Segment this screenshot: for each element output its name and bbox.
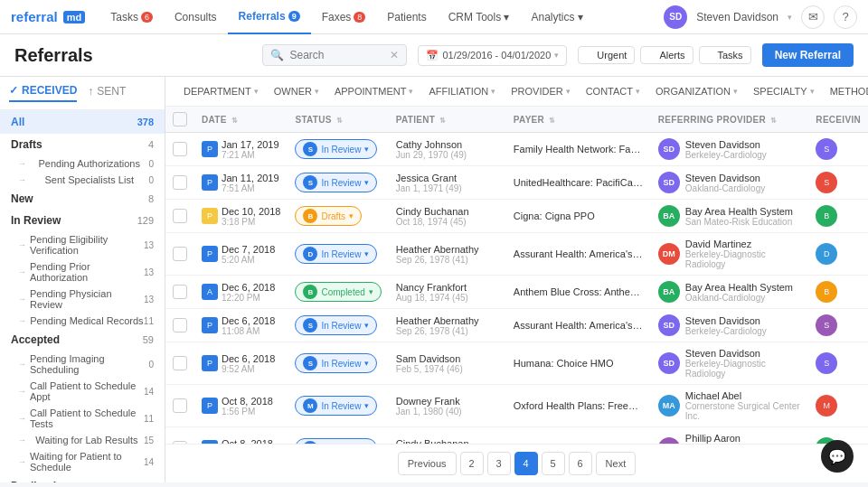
filter-btn-contact[interactable]: CONTACT▾ bbox=[579, 82, 648, 100]
status-badge[interactable]: B Completed ▾ bbox=[295, 282, 381, 302]
th-payer[interactable]: PAYER ⇅ bbox=[506, 107, 651, 133]
sidebar-group-header[interactable]: Accepted59 bbox=[0, 329, 165, 351]
filter-btn-owner[interactable]: OWNER▾ bbox=[267, 82, 327, 100]
nav-item-patients[interactable]: Patients bbox=[376, 0, 437, 34]
tasks-pill[interactable]: Tasks bbox=[699, 46, 751, 64]
th-date[interactable]: DATE ⇅ bbox=[194, 107, 288, 133]
select-all-checkbox[interactable] bbox=[173, 112, 187, 126]
filter-btn-method[interactable]: METHOD▾ bbox=[823, 82, 868, 100]
status-badge[interactable]: D In Review ▾ bbox=[295, 244, 377, 264]
status-badge[interactable]: B Drafts ▾ bbox=[295, 206, 362, 226]
chat-button[interactable]: 💬 bbox=[821, 440, 854, 473]
row-type-icon: P bbox=[202, 141, 218, 157]
filter-btn-department[interactable]: DEPARTMENT▾ bbox=[176, 82, 267, 100]
filter-btn-specialty[interactable]: SPECIALTY▾ bbox=[746, 82, 823, 100]
pagination-page-5[interactable]: 5 bbox=[542, 452, 565, 475]
row-checkbox[interactable] bbox=[173, 175, 187, 190]
receiving-avatar: S bbox=[816, 314, 837, 336]
alerts-label: Alerts bbox=[659, 50, 684, 61]
table-row[interactable]: A Dec 6, 2018 12:20 PM B Completed ▾ Nan… bbox=[165, 276, 868, 309]
tab-received[interactable]: ✓ RECEIVED bbox=[9, 84, 77, 102]
row-checkbox[interactable] bbox=[173, 285, 187, 299]
row-payer: UnitedHealthcare: PacifiCare Signature P… bbox=[506, 166, 651, 200]
pagination-page-4[interactable]: 4 bbox=[514, 452, 538, 475]
sidebar-sub-item[interactable]: →Pending Eligibility Verification13 bbox=[0, 231, 165, 258]
sidebar-sub-item[interactable]: →Pending Imaging Scheduling0 bbox=[0, 351, 165, 378]
sidebar-sub-item[interactable]: →Waiting for Lab Results15 bbox=[0, 432, 165, 448]
clear-search-icon[interactable]: ✕ bbox=[390, 49, 399, 61]
sidebar-sub-item[interactable]: →Call Patient to Schedule Appt14 bbox=[0, 378, 165, 405]
row-checkbox[interactable] bbox=[173, 318, 187, 332]
nav-item-faxes[interactable]: Faxes8 bbox=[311, 0, 377, 34]
receiving-avatar: B bbox=[816, 205, 837, 227]
search-bar[interactable]: 🔍 ✕ bbox=[262, 44, 407, 66]
pagination-page-2[interactable]: 2 bbox=[460, 452, 484, 475]
sidebar-group-header[interactable]: New8 bbox=[0, 188, 165, 210]
row-checkbox[interactable] bbox=[173, 142, 187, 156]
sidebar-sub-item[interactable]: →Pending Physician Review13 bbox=[0, 286, 165, 313]
user-menu[interactable]: Steven Davidson bbox=[696, 11, 778, 23]
status-badge[interactable]: S In Review ▾ bbox=[295, 353, 377, 373]
table-row[interactable]: P Oct 8, 2018 1:56 PM M In Review ▾ Down… bbox=[165, 385, 868, 427]
mail-icon[interactable]: ✉ bbox=[801, 5, 825, 29]
status-badge[interactable]: M In Review ▾ bbox=[295, 396, 377, 416]
status-badge[interactable]: S In Review ▾ bbox=[295, 139, 377, 159]
row-checkbox[interactable] bbox=[173, 356, 187, 370]
table-row[interactable]: P Dec 6, 2018 9:52 AM S In Review ▾ Sam … bbox=[165, 342, 868, 385]
urgent-pill[interactable]: Urgent bbox=[578, 46, 635, 64]
date-range-picker[interactable]: 📅 01/29/2016 - 04/01/2020 ▾ bbox=[418, 45, 567, 66]
provider-avatar: SD bbox=[658, 352, 680, 374]
table-row[interactable]: P Oct 8, 2018 1:56 PM P In Review ▾ Cind… bbox=[165, 427, 868, 445]
row-receiving: S bbox=[808, 133, 868, 166]
row-checkbox[interactable] bbox=[173, 247, 187, 261]
status-avatar: S bbox=[303, 356, 317, 370]
table-row[interactable]: P Jan 17, 2019 7:21 AM S In Review ▾ Cat… bbox=[165, 133, 868, 166]
table-row[interactable]: P Dec 7, 2018 5:20 AM D In Review ▾ Heat… bbox=[165, 233, 868, 276]
filter-btn-organization[interactable]: ORGANIZATION▾ bbox=[648, 82, 746, 100]
help-icon[interactable]: ? bbox=[834, 5, 857, 29]
alerts-pill[interactable]: Alerts bbox=[640, 46, 693, 64]
row-checkbox-cell bbox=[165, 427, 194, 445]
sidebar-group-header[interactable]: Drafts4 bbox=[0, 134, 165, 155]
sidebar-sub-item[interactable]: →Pending Medical Records11 bbox=[0, 313, 165, 329]
nav-item-analytics[interactable]: Analytics ▾ bbox=[521, 0, 594, 34]
filter-btn-provider[interactable]: PROVIDER▾ bbox=[504, 82, 578, 100]
nav-item-crmtools[interactable]: CRM Tools ▾ bbox=[438, 0, 521, 34]
sidebar-sub-item[interactable]: →Pending Authorizations0 bbox=[0, 155, 165, 172]
table-row[interactable]: P Dec 6, 2018 11:08 AM S In Review ▾ Hea… bbox=[165, 309, 868, 342]
sidebar-group-header[interactable]: Declined8 bbox=[0, 475, 165, 482]
pagination-page-3[interactable]: 3 bbox=[487, 452, 511, 475]
nav-item-consults[interactable]: Consults bbox=[164, 0, 228, 34]
row-checkbox[interactable] bbox=[173, 209, 187, 223]
tab-sent[interactable]: ↑ SENT bbox=[88, 84, 126, 102]
sidebar-sub-item[interactable]: →Waiting for Patient to Schedule14 bbox=[0, 448, 165, 475]
table-row[interactable]: P Jan 11, 2019 7:51 AM S In Review ▾ Jes… bbox=[165, 166, 868, 200]
th-status[interactable]: STATUS ⇅ bbox=[288, 107, 388, 133]
th-referring-provider[interactable]: REFERRING PROVIDER ⇅ bbox=[651, 107, 809, 133]
sidebar-sub-item[interactable]: →Pending Prior Authorization13 bbox=[0, 258, 165, 286]
sidebar-sub-item[interactable]: →Sent Specialists List0 bbox=[0, 172, 165, 188]
sidebar: ✓ RECEIVED ↑ SENT All 378 Drafts4→Pendin… bbox=[0, 77, 165, 482]
sidebar-group-header[interactable]: In Review129 bbox=[0, 210, 165, 231]
row-checkbox[interactable] bbox=[173, 398, 187, 413]
nav-item-referrals[interactable]: Referrals9 bbox=[228, 0, 311, 34]
status-badge[interactable]: S In Review ▾ bbox=[295, 315, 377, 335]
search-input[interactable] bbox=[289, 49, 384, 61]
th-receiving[interactable]: RECEIVIN bbox=[808, 107, 868, 133]
new-referral-button[interactable]: New Referral bbox=[762, 43, 854, 67]
filter-btn-affiliation[interactable]: AFFILIATION▾ bbox=[421, 82, 504, 100]
status-badge[interactable]: S In Review ▾ bbox=[295, 173, 377, 192]
table-row[interactable]: P Dec 10, 2018 3:18 PM B Drafts ▾ Cindy … bbox=[165, 200, 868, 233]
th-patient[interactable]: PATIENT ⇅ bbox=[389, 107, 506, 133]
pagination-prev[interactable]: Previous bbox=[398, 452, 457, 475]
sidebar-sub-item[interactable]: →Call Patient to Schedule Tests11 bbox=[0, 405, 165, 432]
logo[interactable]: referral md bbox=[11, 9, 85, 24]
row-type-icon: A bbox=[202, 284, 218, 300]
pagination-next[interactable]: Next bbox=[596, 452, 637, 475]
row-status: B Completed ▾ bbox=[288, 276, 388, 309]
nav-item-tasks[interactable]: Tasks6 bbox=[99, 0, 164, 34]
pagination-page-6[interactable]: 6 bbox=[569, 452, 592, 475]
filter-btn-appointment[interactable]: APPOINTMENT▾ bbox=[327, 82, 421, 100]
chevron-down-icon: ▾ bbox=[364, 145, 369, 154]
sidebar-all-row[interactable]: All 378 bbox=[0, 110, 165, 134]
